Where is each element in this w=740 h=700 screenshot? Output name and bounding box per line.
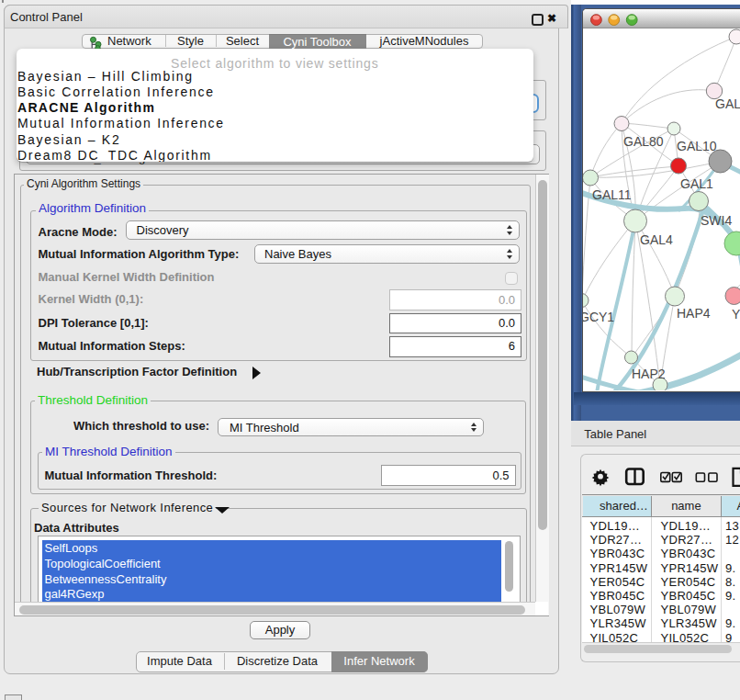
svg-text:GAL1: GAL1 [680, 176, 713, 191]
svg-text:HAP4: HAP4 [677, 306, 711, 321]
svg-text:YE: YE [732, 307, 740, 322]
svg-text:GAL7: GAL7 [715, 96, 740, 111]
svg-text:GAL10: GAL10 [677, 139, 717, 153]
svg-text:GAL4: GAL4 [640, 232, 673, 247]
svg-text:GAL11: GAL11 [592, 187, 632, 202]
svg-text:HAP2: HAP2 [632, 367, 666, 381]
svg-text:SWI4: SWI4 [701, 213, 732, 228]
svg-text:GCY1: GCY1 [583, 310, 614, 324]
svg-text:GAL80: GAL80 [623, 134, 664, 149]
